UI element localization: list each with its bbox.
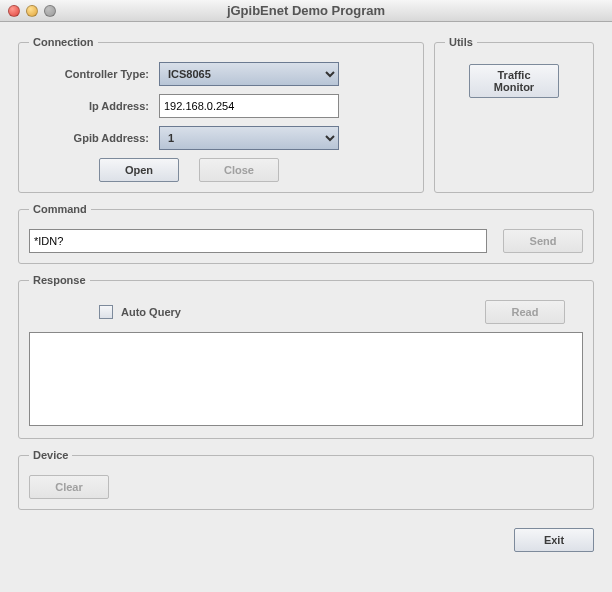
gpib-address-label: Gpib Address:	[29, 132, 159, 144]
connection-legend: Connection	[29, 36, 98, 48]
traffic-monitor-line1: Traffic	[497, 69, 530, 81]
close-icon[interactable]	[8, 5, 20, 17]
auto-query-checkbox[interactable]	[99, 305, 113, 319]
ip-address-label: Ip Address:	[29, 100, 159, 112]
controller-type-select[interactable]: ICS8065	[159, 62, 339, 86]
exit-button[interactable]: Exit	[514, 528, 594, 552]
response-group: Response Auto Query Read	[18, 274, 594, 439]
send-button[interactable]: Send	[503, 229, 583, 253]
minimize-icon[interactable]	[26, 5, 38, 17]
command-legend: Command	[29, 203, 91, 215]
read-button[interactable]: Read	[485, 300, 565, 324]
zoom-icon[interactable]	[44, 5, 56, 17]
command-group: Command Send	[18, 203, 594, 264]
response-textarea[interactable]	[29, 332, 583, 426]
utils-legend: Utils	[445, 36, 477, 48]
traffic-monitor-line2: Monitor	[494, 81, 534, 93]
utils-group: Utils Traffic Monitor	[434, 36, 594, 193]
clear-button[interactable]: Clear	[29, 475, 109, 499]
gpib-address-select[interactable]: 1	[159, 126, 339, 150]
open-button[interactable]: Open	[99, 158, 179, 182]
command-input[interactable]	[29, 229, 487, 253]
response-legend: Response	[29, 274, 90, 286]
device-legend: Device	[29, 449, 72, 461]
ip-address-input[interactable]	[159, 94, 339, 118]
close-button[interactable]: Close	[199, 158, 279, 182]
device-group: Device Clear	[18, 449, 594, 510]
controller-type-label: Controller Type:	[29, 68, 159, 80]
titlebar: jGpibEnet Demo Program	[0, 0, 612, 22]
window-title: jGpibEnet Demo Program	[0, 3, 612, 18]
auto-query-label: Auto Query	[121, 306, 181, 318]
connection-group: Connection Controller Type: ICS8065 Ip A…	[18, 36, 424, 193]
traffic-monitor-button[interactable]: Traffic Monitor	[469, 64, 559, 98]
